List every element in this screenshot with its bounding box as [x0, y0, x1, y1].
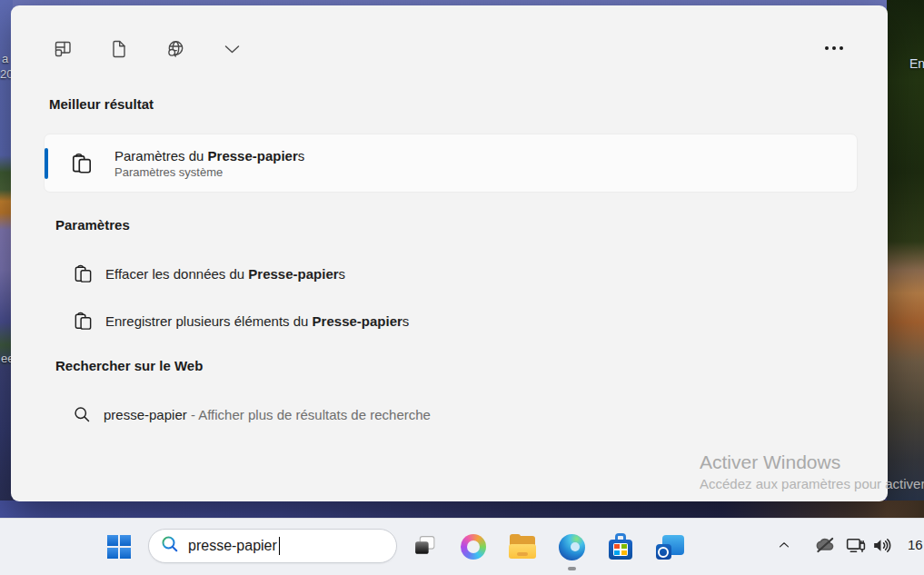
search-icon	[73, 405, 92, 424]
settings-section-header: Paramètres	[55, 217, 130, 233]
edge-icon	[559, 534, 585, 560]
store-button[interactable]	[602, 529, 639, 565]
task-view-icon	[412, 533, 437, 561]
microsoft-store-icon	[608, 533, 633, 560]
text-cursor	[279, 537, 281, 555]
search-icon	[161, 535, 179, 557]
web-search-result[interactable]: presse-papier - Afficher plus de résulta…	[44, 396, 858, 432]
more-filters-chevron-icon[interactable]	[220, 33, 243, 65]
desktop-icon-label-fragment: En	[909, 56, 924, 71]
settings-result-save-multiple-clipboard[interactable]: Enregistrer plusieurs éléments du Presse…	[44, 302, 858, 339]
taskbar-clock[interactable]: 16	[908, 537, 923, 552]
search-filter-tabs	[51, 33, 243, 65]
start-button[interactable]	[101, 529, 137, 565]
result-label: Effacer les données du Presse-papiers	[105, 266, 345, 282]
edge-running-indicator	[568, 567, 576, 570]
apps-filter-icon[interactable]	[51, 33, 75, 65]
web-filter-icon[interactable]	[164, 33, 187, 65]
search-flyout-panel: Meilleur résultat Paramètres du Presse-p…	[11, 5, 888, 501]
tray-network-button[interactable]	[841, 531, 869, 562]
taskbar: presse-papier	[0, 518, 924, 575]
copilot-button[interactable]	[455, 529, 492, 565]
best-match-title: Paramètres du Presse-papiers	[114, 148, 304, 164]
chevron-up-icon	[776, 537, 792, 557]
clipboard-icon	[73, 263, 94, 284]
clipboard-icon	[70, 152, 94, 175]
file-explorer-button[interactable]	[504, 529, 541, 565]
tray-volume-button[interactable]	[868, 531, 895, 562]
windows-logo-icon	[107, 535, 131, 559]
search-query-text: presse-papier	[188, 538, 277, 554]
best-match-subtitle: Paramètres système	[114, 165, 304, 179]
speaker-volume-icon	[870, 534, 893, 560]
outlook-icon	[656, 533, 684, 560]
more-options-button[interactable]	[814, 36, 854, 60]
network-ethernet-icon	[844, 534, 867, 560]
tray-onedrive-button[interactable]	[811, 531, 839, 562]
onedrive-offline-cloud-slash-icon	[813, 533, 837, 560]
best-match-result[interactable]: Paramètres du Presse-papiers Paramètres …	[44, 134, 858, 193]
outlook-button[interactable]	[651, 529, 688, 565]
clipboard-icon	[73, 311, 94, 332]
wallpaper-bottom-band	[0, 501, 924, 518]
settings-result-clear-clipboard[interactable]: Effacer les données du Presse-papiers	[44, 255, 858, 292]
result-label: Enregistrer plusieurs éléments du Presse…	[105, 313, 409, 329]
file-explorer-icon	[509, 536, 536, 559]
documents-filter-icon[interactable]	[107, 33, 131, 65]
result-label: presse-papier - Afficher plus de résulta…	[104, 407, 431, 422]
task-view-button[interactable]	[406, 529, 442, 565]
edge-button[interactable]	[553, 529, 590, 565]
copilot-icon	[461, 534, 486, 560]
desktop-icon-label-fragment: a	[2, 52, 8, 65]
web-section-header: Rechercher sur le Web	[55, 358, 203, 373]
best-match-text: Paramètres du Presse-papiers Paramètres …	[114, 148, 304, 179]
tray-show-hidden-icons-button[interactable]	[770, 531, 798, 562]
selection-accent-bar	[45, 148, 48, 179]
best-match-header: Meilleur résultat	[49, 96, 154, 112]
wallpaper-right-strip	[887, 0, 924, 575]
taskbar-search-input[interactable]: presse-papier	[148, 529, 397, 563]
